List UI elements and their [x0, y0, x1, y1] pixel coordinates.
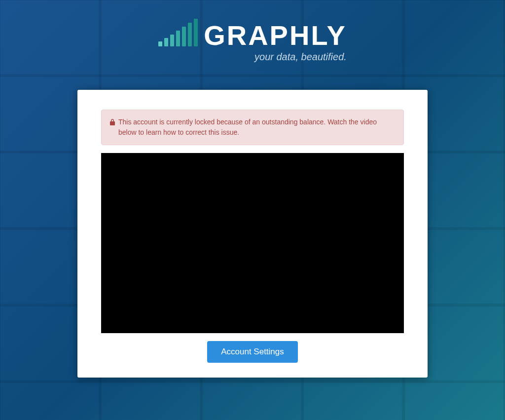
- main-card: This account is currently locked because…: [77, 90, 428, 378]
- brand-name: GRAPHLY: [204, 22, 347, 49]
- account-settings-button[interactable]: Account Settings: [207, 341, 298, 363]
- locked-account-alert: This account is currently locked because…: [101, 110, 404, 145]
- logo: GRAPHLY: [158, 19, 347, 49]
- page-header: GRAPHLY your data, beautified.: [0, 0, 505, 63]
- video-player[interactable]: [101, 153, 404, 333]
- tagline: your data, beautified.: [158, 51, 347, 63]
- button-row: Account Settings: [101, 341, 404, 363]
- alert-message: This account is currently locked because…: [118, 117, 396, 138]
- lock-icon: [109, 118, 115, 128]
- bars-icon: [158, 19, 198, 46]
